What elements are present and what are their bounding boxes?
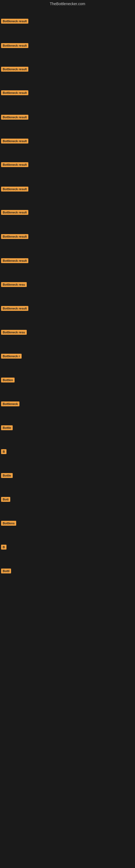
bottleneck-badge-19[interactable]: B — [1, 449, 6, 454]
result-row-10: Bottleneck result — [0, 233, 135, 241]
bottleneck-badge-3[interactable]: Bottleneck result — [1, 67, 28, 72]
bottleneck-badge-22[interactable]: Bottlens — [1, 521, 16, 526]
result-row-24: Bottl — [0, 567, 135, 576]
bottleneck-badge-16[interactable]: Bottlen — [1, 378, 14, 382]
bottleneck-badge-11[interactable]: Bottleneck result — [1, 258, 28, 263]
result-row-22: Bottlens — [0, 520, 135, 528]
result-row-16: Bottlen — [0, 376, 135, 384]
result-row-17: Bottleneck — [0, 400, 135, 408]
bottleneck-badge-20[interactable]: Bottle — [1, 473, 13, 478]
bottleneck-badge-5[interactable]: Bottleneck result — [1, 115, 28, 120]
site-header: TheBottlenecker.com — [0, 0, 135, 8]
bottleneck-badge-23[interactable]: B — [1, 545, 6, 550]
bottleneck-badge-12[interactable]: Bottleneck resu — [1, 282, 27, 287]
results-container: Bottleneck resultBottleneck resultBottle… — [0, 8, 135, 865]
bottleneck-badge-10[interactable]: Bottleneck result — [1, 234, 28, 239]
result-row-8: Bottleneck result — [0, 186, 135, 194]
result-row-11: Bottleneck result — [0, 257, 135, 265]
bottleneck-badge-18[interactable]: Bottle — [1, 425, 13, 430]
bottleneck-badge-1[interactable]: Bottleneck result — [1, 19, 28, 24]
result-row-1: Bottleneck result — [0, 18, 135, 26]
bottleneck-badge-6[interactable]: Bottleneck result — [1, 138, 28, 144]
bottleneck-badge-4[interactable]: Bottleneck result — [1, 90, 28, 95]
result-row-6: Bottleneck result — [0, 137, 135, 146]
bottleneck-badge-13[interactable]: Bottleneck result — [1, 306, 28, 311]
result-row-20: Bottle — [0, 472, 135, 480]
bottleneck-badge-8[interactable]: Bottleneck result — [1, 187, 28, 191]
result-row-15: Bottleneck r — [0, 352, 135, 361]
result-row-7: Bottleneck result — [0, 161, 135, 169]
result-row-5: Bottleneck result — [0, 114, 135, 122]
result-row-2: Bottleneck result — [0, 42, 135, 50]
bottleneck-badge-24[interactable]: Bottl — [1, 568, 11, 574]
result-row-18: Bottle — [0, 424, 135, 432]
result-row-23: B — [0, 544, 135, 552]
site-title-text: TheBottlenecker.com — [50, 2, 85, 6]
result-row-13: Bottleneck result — [0, 305, 135, 313]
bottleneck-badge-17[interactable]: Bottleneck — [1, 401, 19, 406]
bottleneck-badge-14[interactable]: Bottleneck resu — [1, 330, 27, 335]
result-row-9: Bottleneck result — [0, 209, 135, 217]
result-row-21: Bott — [0, 496, 135, 504]
result-row-12: Bottleneck resu — [0, 281, 135, 289]
bottleneck-badge-2[interactable]: Bottleneck result — [1, 43, 28, 48]
bottleneck-badge-15[interactable]: Bottleneck r — [1, 354, 21, 359]
result-row-14: Bottleneck resu — [0, 329, 135, 337]
bottleneck-badge-7[interactable]: Bottleneck result — [1, 162, 28, 167]
result-row-19: B — [0, 448, 135, 456]
result-row-3: Bottleneck result — [0, 66, 135, 74]
bottleneck-badge-21[interactable]: Bott — [1, 497, 10, 502]
result-row-4: Bottleneck result — [0, 89, 135, 97]
bottleneck-badge-9[interactable]: Bottleneck result — [1, 210, 28, 215]
